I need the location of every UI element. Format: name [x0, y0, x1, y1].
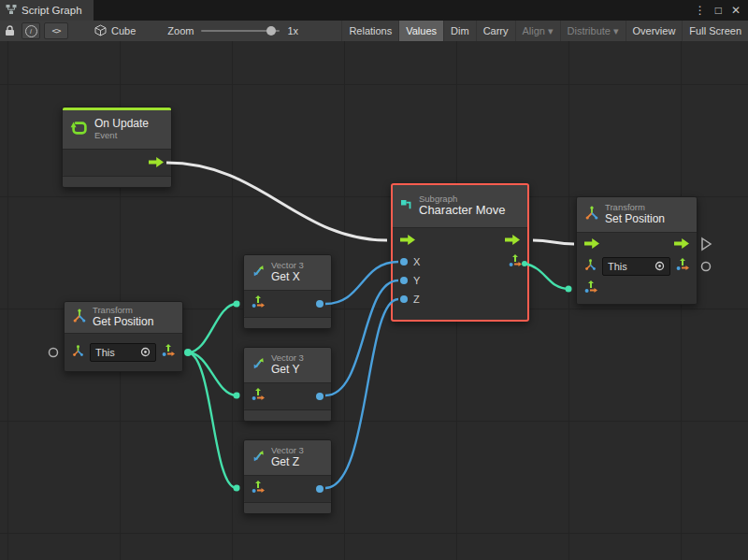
- this-object-field[interactable]: This: [602, 257, 670, 276]
- wire-value-get-y-to-character-move-y[interactable]: [325, 280, 398, 395]
- zoom-value: 1x: [287, 25, 298, 36]
- node-on-update[interactable]: On Update Event: [62, 107, 172, 188]
- wire-value-get-position-to-get-x[interactable]: [188, 304, 237, 352]
- target-picker-icon[interactable]: [140, 347, 151, 359]
- node-header: On Update Event: [63, 110, 171, 150]
- value-output-port[interactable]: [316, 393, 324, 400]
- window-maximize-icon[interactable]: □: [715, 5, 722, 16]
- flow-output-port[interactable]: [149, 154, 164, 171]
- node-get-z[interactable]: Vector 3 Get Z: [243, 439, 332, 514]
- position-gizmo-icon: [252, 481, 265, 497]
- vector3-icon: [252, 264, 266, 281]
- transform-icon: [72, 309, 87, 327]
- node-character-move[interactable]: Subgraph Character Move X: [391, 183, 529, 322]
- node-title: Set Position: [605, 213, 665, 226]
- value-input-port-y[interactable]: [400, 277, 408, 284]
- node-title: On Update: [94, 118, 149, 131]
- lock-icon[interactable]: [0, 21, 20, 41]
- value-output-port[interactable]: [316, 485, 324, 493]
- wire-flow-on-update-to-character-move[interactable]: [166, 163, 387, 240]
- position-gizmo-icon: [252, 295, 265, 312]
- carry-button[interactable]: Carry: [476, 21, 515, 41]
- zoom-slider[interactable]: [201, 30, 280, 32]
- info-icon: i: [25, 25, 37, 37]
- node-footer: [244, 409, 331, 421]
- vector3-icon: [252, 449, 266, 467]
- wire-value-character-move-to-set-position[interactable]: [525, 264, 568, 289]
- graph-target: Cube: [94, 24, 136, 38]
- position-gizmo-icon: [162, 344, 175, 361]
- this-object-field[interactable]: This: [90, 343, 156, 362]
- value-input-port-x[interactable]: [400, 258, 408, 266]
- vector-input-gizmo-icon[interactable]: [584, 280, 597, 297]
- port-label-x: X: [413, 256, 420, 267]
- info-button[interactable]: i: [22, 22, 40, 39]
- node-title: Get X: [271, 271, 304, 284]
- zoom-control: Zoom 1x: [167, 25, 298, 36]
- port-label-y: Y: [413, 275, 420, 286]
- flow-input-port[interactable]: [400, 232, 415, 249]
- node-title: Get Position: [93, 316, 153, 329]
- node-footer: [244, 502, 331, 513]
- flow-output-port[interactable]: [674, 236, 689, 252]
- full-screen-button[interactable]: Full Screen: [682, 21, 748, 41]
- script-graph-window: Script Graph ⋮ □ ✕ i <>: [0, 0, 748, 560]
- relations-button[interactable]: Relations: [341, 21, 398, 41]
- window-close-icon[interactable]: ✕: [731, 5, 741, 16]
- graph-canvas[interactable]: On Update Event: [0, 41, 748, 560]
- node-set-position[interactable]: Transform Set Position: [576, 196, 698, 305]
- node-get-y[interactable]: Vector 3 Get Y: [243, 347, 332, 422]
- position-gizmo-icon: [252, 388, 265, 405]
- dim-button[interactable]: Dim: [443, 21, 476, 41]
- node-footer: [63, 176, 171, 187]
- on-update-loop-icon: [70, 119, 89, 141]
- code-icon: <>: [52, 26, 61, 36]
- wire-value-get-z-to-character-move-z[interactable]: [325, 299, 398, 488]
- port-label-z: Z: [413, 294, 420, 305]
- unconnected-output-port-set-position[interactable]: [702, 263, 711, 271]
- transform-output-gizmo-icon[interactable]: [676, 258, 689, 275]
- code-view-button[interactable]: <>: [44, 22, 68, 39]
- value-input-port-z[interactable]: [400, 295, 408, 303]
- window-controls: ⋮ □ ✕: [695, 0, 748, 21]
- node-title: Character Move: [419, 204, 505, 218]
- tab-title: Script Graph: [22, 5, 82, 16]
- values-button[interactable]: Values: [398, 21, 443, 41]
- node-footer: [244, 317, 331, 328]
- target-picker-icon[interactable]: [654, 261, 665, 273]
- transform-mini-icon: [584, 258, 597, 275]
- unconnected-flow-port-set-position[interactable]: [702, 238, 711, 250]
- subgraph-icon: [400, 198, 413, 215]
- flow-input-port[interactable]: [584, 236, 599, 252]
- value-output-port[interactable]: [316, 300, 324, 308]
- wire-value-get-x-to-character-move-x[interactable]: [325, 262, 398, 304]
- cube-icon: [94, 24, 107, 38]
- target-object-label: Cube: [111, 25, 136, 36]
- align-dropdown[interactable]: Align ▾: [515, 21, 560, 41]
- unconnected-input-port-get-position[interactable]: [50, 349, 58, 357]
- zoom-label: Zoom: [167, 25, 194, 36]
- overview-button[interactable]: Overview: [626, 21, 683, 41]
- window-menu-icon[interactable]: ⋮: [695, 5, 706, 16]
- transform-icon: [584, 206, 599, 224]
- chevron-down-icon: ▾: [548, 25, 554, 37]
- node-category: Event: [94, 131, 149, 141]
- node-title: Get Y: [271, 364, 304, 377]
- chevron-down-icon: ▾: [613, 25, 619, 37]
- graph-toolbar: i <> Cube Zoom 1x Relations Values Dim: [0, 21, 748, 42]
- zoom-slider-handle[interactable]: [266, 26, 276, 36]
- node-get-position[interactable]: Transform Get Position This: [64, 301, 183, 372]
- node-title: Get Z: [271, 456, 304, 469]
- transform-mini-icon: [72, 344, 84, 361]
- vector3-icon: [252, 356, 266, 374]
- toolbar-buttons: Relations Values Dim Carry Align ▾ Distr…: [341, 21, 748, 41]
- script-graph-icon: [6, 4, 17, 17]
- vector-output-port[interactable]: [509, 254, 522, 271]
- node-get-x[interactable]: Vector 3 Get X: [243, 254, 332, 329]
- distribute-dropdown[interactable]: Distribute ▾: [560, 21, 626, 41]
- tab-bar: Script Graph ⋮ □ ✕: [0, 0, 748, 21]
- tab-script-graph[interactable]: Script Graph: [0, 0, 94, 21]
- flow-output-port[interactable]: [505, 232, 520, 249]
- wire-flow-character-move-to-set-position[interactable]: [533, 240, 574, 244]
